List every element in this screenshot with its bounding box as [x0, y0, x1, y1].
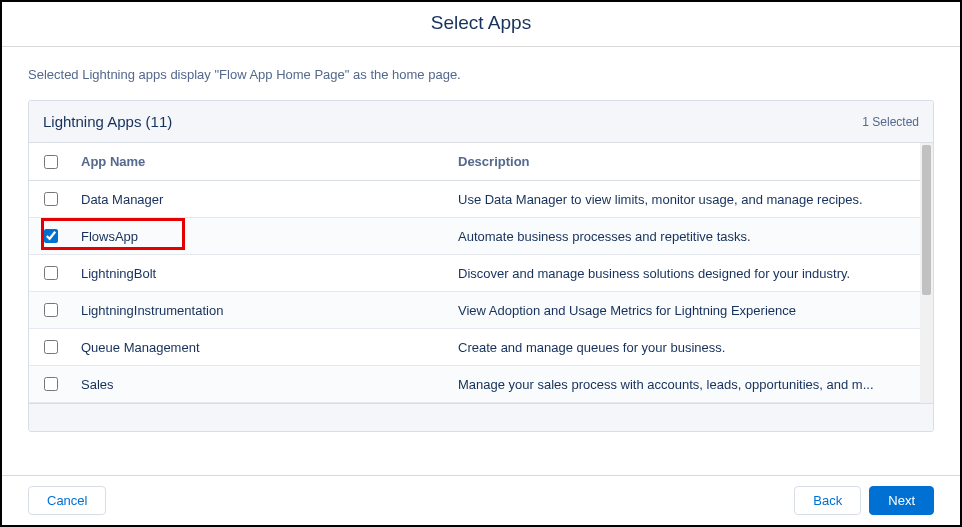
row-name-cell: Queue Management — [73, 340, 458, 355]
row-checkbox-cell — [29, 192, 73, 206]
row-desc-cell: Automate business processes and repetiti… — [458, 229, 933, 244]
table-row[interactable]: Queue ManagementCreate and manage queues… — [29, 329, 933, 366]
row-name: FlowsApp — [81, 229, 138, 244]
row-name-cell: LightningInstrumentation — [73, 303, 458, 318]
table-header-row: App Name Description — [29, 143, 933, 181]
table-row[interactable]: LightningBoltDiscover and manage busines… — [29, 255, 933, 292]
content-area: Selected Lightning apps display "Flow Ap… — [2, 47, 960, 475]
table-body[interactable]: Data ManagerUse Data Manager to view lim… — [29, 181, 933, 403]
card-footer — [29, 403, 933, 431]
row-checkbox[interactable] — [44, 229, 58, 243]
selected-count: 1 Selected — [862, 115, 919, 129]
table-row[interactable]: Data ManagerUse Data Manager to view lim… — [29, 181, 933, 218]
row-checkbox[interactable] — [44, 266, 58, 280]
row-description: Manage your sales process with accounts,… — [458, 377, 874, 392]
scrollbar-track[interactable] — [920, 143, 933, 403]
select-all-checkbox[interactable] — [44, 155, 58, 169]
row-name-cell: Data Manager — [73, 192, 458, 207]
row-desc-cell: Create and manage queues for your busine… — [458, 340, 933, 355]
titlebar: Select Apps — [2, 2, 960, 47]
header-name: App Name — [73, 154, 458, 169]
scrollbar-thumb[interactable] — [922, 145, 931, 295]
footer-right: Back Next — [794, 486, 934, 515]
dialog-footer: Cancel Back Next — [2, 475, 960, 525]
row-name: Data Manager — [81, 192, 163, 207]
card-header: Lightning Apps (11) 1 Selected — [29, 101, 933, 143]
header-checkbox-cell — [29, 155, 73, 169]
row-description: View Adoption and Usage Metrics for Ligh… — [458, 303, 796, 318]
row-checkbox-cell — [29, 229, 73, 243]
row-name-cell: Sales — [73, 377, 458, 392]
row-name-cell: FlowsApp — [73, 229, 458, 244]
row-name-cell: LightningBolt — [73, 266, 458, 281]
header-description: Description — [458, 154, 933, 169]
row-desc-cell: Discover and manage business solutions d… — [458, 266, 933, 281]
row-checkbox[interactable] — [44, 192, 58, 206]
row-desc-cell: Manage your sales process with accounts,… — [458, 377, 933, 392]
next-button[interactable]: Next — [869, 486, 934, 515]
row-description: Use Data Manager to view limits, monitor… — [458, 192, 863, 207]
table-row[interactable]: SalesManage your sales process with acco… — [29, 366, 933, 403]
row-description: Automate business processes and repetiti… — [458, 229, 751, 244]
dialog-frame: Select Apps Selected Lightning apps disp… — [0, 0, 962, 527]
row-name: LightningInstrumentation — [81, 303, 223, 318]
row-checkbox-cell — [29, 377, 73, 391]
table-row[interactable]: LightningInstrumentationView Adoption an… — [29, 292, 933, 329]
cancel-button[interactable]: Cancel — [28, 486, 106, 515]
back-button[interactable]: Back — [794, 486, 861, 515]
apps-card: Lightning Apps (11) 1 Selected App Name … — [28, 100, 934, 432]
row-desc-cell: View Adoption and Usage Metrics for Ligh… — [458, 303, 933, 318]
subtitle-text: Selected Lightning apps display "Flow Ap… — [28, 67, 934, 82]
row-checkbox-cell — [29, 303, 73, 317]
row-checkbox-cell — [29, 340, 73, 354]
row-description: Create and manage queues for your busine… — [458, 340, 725, 355]
row-checkbox[interactable] — [44, 340, 58, 354]
row-checkbox[interactable] — [44, 377, 58, 391]
row-name: LightningBolt — [81, 266, 156, 281]
table-row[interactable]: FlowsAppAutomate business processes and … — [29, 218, 933, 255]
row-description: Discover and manage business solutions d… — [458, 266, 850, 281]
card-title: Lightning Apps (11) — [43, 113, 172, 130]
row-desc-cell: Use Data Manager to view limits, monitor… — [458, 192, 933, 207]
row-checkbox[interactable] — [44, 303, 58, 317]
table-wrapper: App Name Description Data ManagerUse Dat… — [29, 143, 933, 403]
row-checkbox-cell — [29, 266, 73, 280]
row-name: Queue Management — [81, 340, 200, 355]
dialog-title: Select Apps — [2, 12, 960, 34]
row-name: Sales — [81, 377, 114, 392]
